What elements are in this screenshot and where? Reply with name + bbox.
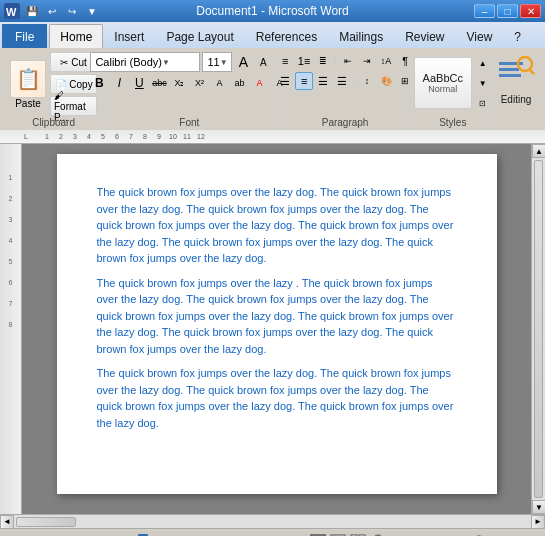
scroll-up-button[interactable]: ▲: [532, 144, 545, 158]
main-document-view[interactable]: The quick brown fox jumps over the lazy …: [22, 144, 531, 514]
tab-file[interactable]: File: [2, 24, 47, 48]
underline-button[interactable]: U: [130, 74, 148, 92]
show-marks-button[interactable]: ¶: [396, 52, 414, 70]
view-outline-icon[interactable]: [390, 532, 406, 537]
styles-arrows: ▲ ▼ ⊡: [474, 54, 492, 112]
title-bar: W 💾 ↩ ↪ ▼ Document1 - Microsoft Word – □…: [0, 0, 545, 22]
line-spacing-button[interactable]: ↕: [358, 72, 376, 90]
horizontal-ruler: L 1 2 3 4 5 6 7 8 9 10 11 12: [0, 130, 545, 144]
paragraph-label: Paragraph: [322, 117, 369, 128]
paragraph-group: ≡ 1≡ ≣ ⇤ ⇥ ↕A ¶ ☰ ≡ ☰ ☰ ↕ 🎨 ⊞ Paragraph: [276, 50, 416, 130]
bullets-button[interactable]: ≡: [276, 52, 294, 70]
svg-rect-3: [499, 68, 519, 71]
styles-preview[interactable]: AaBbCc Normal: [414, 57, 472, 109]
view-fullscreen-icon[interactable]: [330, 532, 346, 537]
horizontal-scrollbar[interactable]: ◄ ►: [0, 514, 545, 528]
h-scroll-right-button[interactable]: ►: [531, 515, 545, 529]
styles-scroll-down[interactable]: ▼: [474, 74, 492, 92]
check-spelling-icon[interactable]: W: [137, 532, 153, 537]
editing-content: Editing: [495, 52, 537, 128]
shading-button[interactable]: 🎨: [377, 72, 395, 90]
title-bar-left: W 💾 ↩ ↪ ▼: [4, 3, 100, 19]
tab-review[interactable]: Review: [394, 24, 455, 48]
multilevel-button[interactable]: ≣: [314, 52, 332, 70]
styles-scroll-up[interactable]: ▲: [474, 54, 492, 72]
paste-button[interactable]: 📋 Paste: [10, 60, 46, 109]
editing-group: Editing: [491, 50, 541, 130]
font-name-selector[interactable]: Calibri (Body) ▼: [90, 52, 200, 72]
svg-text:W: W: [6, 6, 17, 18]
zoom-plus-button[interactable]: +: [492, 532, 508, 537]
view-normal-icon[interactable]: [310, 532, 326, 537]
ribbon-content: 📋 Paste ✂ Cut 📄 Copy 🖌 Format P... Clipb…: [0, 48, 545, 130]
styles-label: Styles: [439, 117, 466, 128]
tab-references[interactable]: References: [245, 24, 328, 48]
document-text[interactable]: The quick brown fox jumps over the lazy …: [97, 184, 457, 431]
font-color-button[interactable]: A: [250, 74, 268, 92]
window-title: Document1 - Microsoft Word: [196, 4, 349, 18]
tab-mailings[interactable]: Mailings: [328, 24, 394, 48]
view-web-icon[interactable]: [370, 532, 386, 537]
decrease-indent-button[interactable]: ⇤: [339, 52, 357, 70]
tab-view[interactable]: View: [456, 24, 504, 48]
paste-label: Paste: [15, 98, 41, 109]
font-label: Font: [179, 117, 199, 128]
status-bar: Page: 1 of 1 Words: 190 W –: [0, 528, 545, 536]
justify-button[interactable]: ☰: [333, 72, 351, 90]
paragraph-1: The quick brown fox jumps over the lazy …: [97, 184, 457, 267]
view-reading-icon[interactable]: [350, 532, 366, 537]
italic-button[interactable]: I: [110, 74, 128, 92]
editing-icon-area[interactable]: Editing: [495, 52, 537, 105]
borders-button[interactable]: ⊞: [396, 72, 414, 90]
tab-insert[interactable]: Insert: [103, 24, 155, 48]
align-left-button[interactable]: ☰: [276, 72, 294, 90]
bold-button[interactable]: B: [90, 74, 108, 92]
increase-font-button[interactable]: A: [234, 53, 252, 71]
increase-indent-button[interactable]: ⇥: [358, 52, 376, 70]
clipboard-group: 📋 Paste ✂ Cut 📄 Copy 🖌 Format P... Clipb…: [4, 50, 104, 130]
redo-icon[interactable]: ↪: [64, 3, 80, 19]
close-button[interactable]: ✕: [520, 4, 541, 18]
sort-button[interactable]: ↕A: [377, 52, 395, 70]
zoom-minus-button[interactable]: –: [410, 532, 426, 537]
minimize-button[interactable]: –: [474, 4, 495, 18]
styles-group: AaBbCc Normal ▲ ▼ ⊡ Styles: [416, 50, 491, 130]
subscript-button[interactable]: X₂: [170, 74, 188, 92]
highlight-color-button[interactable]: ab: [230, 74, 248, 92]
document-area: 1 2 3 4 5 6 7 8 The quick brown fox jump…: [0, 144, 545, 514]
undo-icon[interactable]: ↩: [44, 3, 60, 19]
paragraph-3: The quick brown fox jumps over the lazy …: [97, 365, 457, 431]
tab-home[interactable]: Home: [49, 24, 103, 48]
dropdown-icon[interactable]: ▼: [84, 3, 100, 19]
h-scroll-left-button[interactable]: ◄: [0, 515, 14, 529]
document-page: The quick brown fox jumps over the lazy …: [57, 154, 497, 494]
scroll-down-button[interactable]: ▼: [532, 500, 545, 514]
font-size-selector[interactable]: 11 ▼: [202, 52, 232, 72]
zoom-bar: – + 86%: [410, 532, 539, 537]
tab-page-layout[interactable]: Page Layout: [155, 24, 244, 48]
vertical-ruler: 1 2 3 4 5 6 7 8: [0, 144, 22, 514]
text-effects-button[interactable]: A: [210, 74, 228, 92]
window-controls: – □ ✕: [474, 4, 541, 18]
align-center-button[interactable]: ≡: [295, 72, 313, 90]
align-right-button[interactable]: ☰: [314, 72, 332, 90]
scroll-thumb[interactable]: [534, 160, 543, 498]
save-icon[interactable]: 💾: [24, 3, 40, 19]
maximize-button[interactable]: □: [497, 4, 518, 18]
font-name-row: Calibri (Body) ▼ 11 ▼ A A: [90, 52, 272, 72]
ribbon-tabs: File Home Insert Page Layout References …: [0, 22, 545, 48]
numbering-button[interactable]: 1≡: [295, 52, 313, 70]
list-buttons-row: ≡ 1≡ ≣ ⇤ ⇥ ↕A ¶: [276, 52, 414, 70]
word-icon: W: [4, 3, 20, 19]
superscript-button[interactable]: X²: [190, 74, 208, 92]
styles-expand[interactable]: ⊡: [474, 94, 492, 112]
vertical-scrollbar[interactable]: ▲ ▼: [531, 144, 545, 514]
editing-label: Editing: [501, 94, 532, 105]
h-scroll-thumb[interactable]: [16, 517, 76, 527]
h-scroll-track: [14, 517, 531, 527]
strikethrough-button[interactable]: abc: [150, 74, 168, 92]
separator: [335, 53, 336, 69]
tab-help[interactable]: ?: [503, 24, 532, 48]
decrease-font-button[interactable]: A: [254, 53, 272, 71]
editing-icon: [495, 52, 537, 94]
